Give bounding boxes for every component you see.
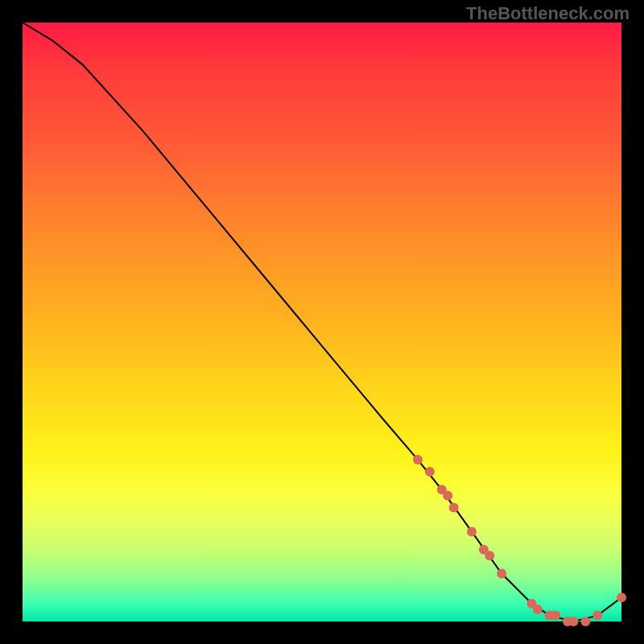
highlight-dot xyxy=(497,569,506,579)
highlight-dot xyxy=(443,491,452,501)
highlight-dot xyxy=(569,617,579,626)
chart-plot-area xyxy=(23,23,621,621)
highlight-dot xyxy=(485,551,494,560)
curve-line xyxy=(23,23,621,621)
watermark-text: TheBottleneck.com xyxy=(466,3,630,24)
highlight-dot xyxy=(425,467,435,477)
chart-svg xyxy=(23,23,621,621)
highlight-dot xyxy=(617,592,626,602)
highlight-dot xyxy=(592,611,602,621)
highlight-dot xyxy=(449,503,459,513)
highlight-dot xyxy=(533,605,543,614)
highlight-dot xyxy=(551,611,560,621)
highlight-dot xyxy=(413,455,423,464)
highlight-dots xyxy=(413,455,626,626)
highlight-dot xyxy=(467,526,477,536)
highlight-dot xyxy=(580,617,590,626)
